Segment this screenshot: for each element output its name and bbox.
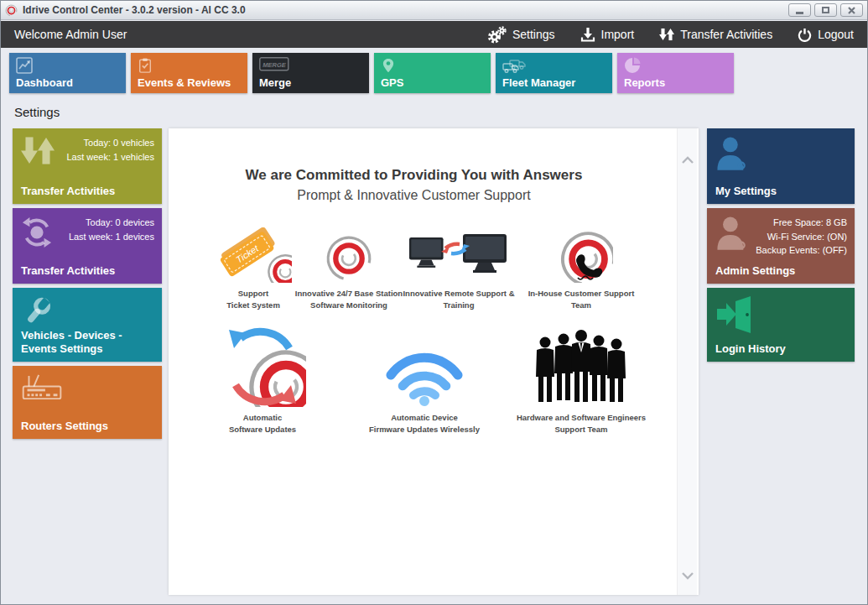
card-label: Routers Settings bbox=[21, 420, 157, 433]
card-label: Transfer Activities bbox=[21, 185, 157, 198]
line-chart-icon bbox=[16, 57, 33, 74]
target-logo-icon bbox=[325, 234, 373, 283]
window-title: Idrive Control Center - 3.0.2 version - … bbox=[23, 4, 246, 16]
window-controls bbox=[788, 3, 863, 17]
card-stats: Today: 0 devices Last week: 1 devices bbox=[69, 216, 154, 243]
feature-remote-support: Innovative Remote Support & Training bbox=[387, 227, 530, 312]
tile-label: Fleet Manager bbox=[502, 76, 575, 89]
map-pin-icon bbox=[381, 57, 396, 74]
tab-merge[interactable]: MERGE Merge bbox=[252, 53, 369, 93]
menu-item-logout[interactable]: Logout bbox=[798, 28, 854, 42]
card-label: Admin Settings bbox=[715, 264, 850, 278]
app-logo-target-icon bbox=[5, 4, 18, 17]
pie-chart-icon bbox=[624, 57, 641, 74]
admin-user-icon bbox=[715, 216, 747, 252]
transfer-arrows-icon bbox=[659, 28, 674, 41]
card-login-history[interactable]: Login History bbox=[707, 288, 855, 362]
feature-auto-software-updates: Automatic Software Updates bbox=[191, 323, 334, 436]
maximize-button[interactable] bbox=[814, 3, 837, 17]
welcome-text: Welcome Admin User bbox=[14, 28, 127, 41]
tile-label: Dashboard bbox=[16, 76, 73, 89]
app-window: Idrive Control Center - 3.0.2 version - … bbox=[0, 0, 868, 605]
card-label: Vehicles - Devices - Events Settings bbox=[21, 329, 157, 357]
minimize-icon bbox=[796, 12, 803, 14]
menu-item-settings[interactable]: Settings bbox=[487, 26, 555, 44]
menu-item-import[interactable]: Import bbox=[580, 27, 635, 42]
card-admin-settings[interactable]: Free Space: 8 GB Wi-Fi Service: (ON) Bac… bbox=[707, 208, 855, 284]
main-panel: We are Committed to Providing You with A… bbox=[169, 128, 699, 595]
team-silhouettes-icon bbox=[533, 328, 629, 407]
card-label: Transfer Activities bbox=[21, 264, 157, 278]
feature-engineers-team: Hardware and Software Engineers Support … bbox=[510, 323, 652, 436]
card-stats: Today: 0 vehicles Last week: 1 vehicles bbox=[66, 136, 154, 164]
nav-tiles: Dashboard Events & Reviews MERGE Merge G… bbox=[9, 53, 734, 93]
menu-item-label: Logout bbox=[818, 28, 854, 41]
menu-item-label: Import bbox=[601, 28, 635, 41]
router-icon bbox=[21, 374, 65, 402]
card-label: Login History bbox=[715, 342, 850, 356]
wrench-icon bbox=[21, 296, 53, 328]
card-transfer-activities-vehicles[interactable]: Today: 0 vehicles Last week: 1 vehicles … bbox=[13, 128, 162, 204]
card-my-settings[interactable]: My Settings bbox=[707, 128, 855, 204]
menu-item-label: Transfer Activities bbox=[680, 28, 772, 41]
feature-inhouse-support: In-House Customer Support Team bbox=[510, 227, 652, 312]
support-subtitle: Prompt & Innovative Customer Support bbox=[169, 188, 659, 203]
titlebar[interactable]: Idrive Control Center - 3.0.2 version - … bbox=[1, 1, 867, 20]
feature-caption: Automatic Software Updates bbox=[191, 412, 334, 436]
feature-caption: Innovative Remote Support & Training bbox=[387, 288, 530, 312]
feature-firmware-updates: Automatic Device Firmware Updates Wirele… bbox=[353, 323, 496, 436]
merge-logo-icon: MERGE bbox=[259, 57, 289, 71]
clipboard-check-icon bbox=[138, 57, 153, 74]
menubar: Welcome Admin User Settings Import Trans… bbox=[1, 21, 867, 48]
phone-support-icon bbox=[549, 229, 613, 283]
svg-text:MERGE: MERGE bbox=[262, 61, 287, 69]
scrollbar[interactable] bbox=[677, 128, 697, 595]
close-icon bbox=[848, 7, 855, 14]
sync-icon bbox=[21, 216, 53, 248]
user-icon bbox=[715, 137, 747, 172]
feature-caption: In-House Customer Support Team bbox=[510, 288, 652, 312]
remote-monitors-icon bbox=[408, 231, 510, 283]
tab-reports[interactable]: Reports bbox=[617, 53, 734, 93]
tab-dashboard[interactable]: Dashboard bbox=[9, 53, 126, 93]
card-label: My Settings bbox=[715, 185, 850, 198]
card-transfer-activities-devices[interactable]: Today: 0 devices Last week: 1 devices Tr… bbox=[13, 208, 162, 284]
maximize-icon bbox=[822, 7, 829, 13]
tab-fleet-manager[interactable]: Fleet Manager bbox=[496, 53, 612, 93]
menu-item-transfer-activities[interactable]: Transfer Activities bbox=[659, 28, 772, 41]
login-door-icon bbox=[715, 296, 754, 333]
right-sidebar: My Settings Free Space: 8 GB Wi-Fi Servi… bbox=[707, 128, 855, 366]
page-title: Settings bbox=[14, 105, 60, 119]
tile-label: Merge bbox=[259, 76, 291, 89]
tab-events-reviews[interactable]: Events & Reviews bbox=[131, 53, 247, 93]
import-icon bbox=[580, 27, 595, 42]
feature-caption: Automatic Device Firmware Updates Wirele… bbox=[353, 412, 496, 436]
menu-item-label: Settings bbox=[512, 28, 555, 41]
wifi-icon bbox=[383, 345, 465, 407]
left-sidebar: Today: 0 vehicles Last week: 1 vehicles … bbox=[13, 128, 162, 443]
card-routers-settings[interactable]: Routers Settings bbox=[13, 366, 162, 439]
auto-update-icon bbox=[219, 326, 306, 407]
tile-label: Events & Reviews bbox=[138, 76, 231, 89]
power-icon bbox=[798, 28, 812, 42]
tile-label: Reports bbox=[624, 76, 665, 89]
support-title: We are Committed to Providing You with A… bbox=[169, 167, 659, 184]
card-stats: Free Space: 8 GB Wi-Fi Service: (ON) Bac… bbox=[756, 216, 847, 258]
close-button[interactable] bbox=[840, 3, 863, 17]
minimize-button[interactable] bbox=[788, 3, 811, 17]
scroll-down-icon[interactable] bbox=[681, 568, 694, 583]
gears-icon bbox=[487, 26, 507, 44]
trucks-icon bbox=[502, 57, 528, 74]
card-vehicles-devices-events-settings[interactable]: Vehicles - Devices - Events Settings bbox=[13, 288, 162, 362]
feature-caption: Hardware and Software Engineers Support … bbox=[510, 412, 652, 436]
transfer-arrows-icon bbox=[21, 137, 55, 164]
tile-label: GPS bbox=[381, 76, 403, 89]
menubar-actions: Settings Import Transfer Activities Logo… bbox=[487, 26, 854, 44]
scroll-up-icon[interactable] bbox=[681, 152, 694, 167]
tab-gps[interactable]: GPS bbox=[374, 53, 491, 93]
